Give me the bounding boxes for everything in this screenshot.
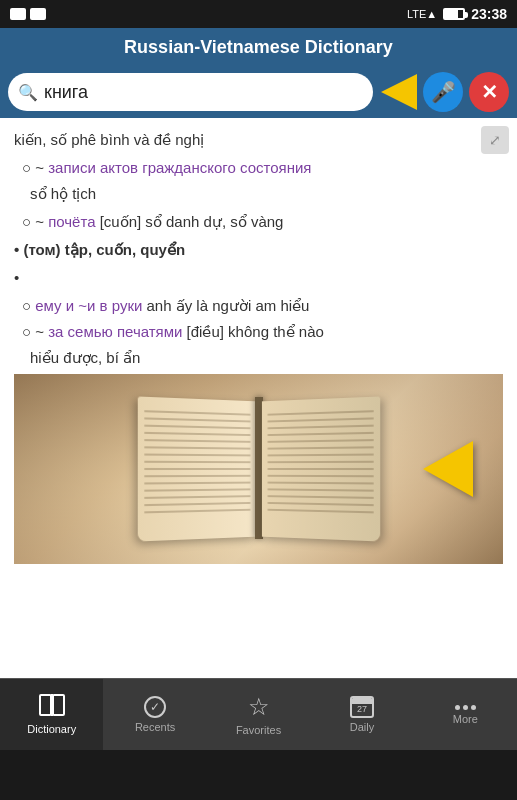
image-arrow-left xyxy=(423,441,473,497)
page-line xyxy=(144,454,250,457)
page-line xyxy=(267,417,373,422)
page-line xyxy=(267,432,373,436)
line-2-russian: записи актов гражданского состояния xyxy=(48,159,311,176)
line-3: ○ ~ почёта [cuốn] sổ danh dự, sổ vàng xyxy=(14,210,503,234)
status-bar: LTE▲ 23:38 xyxy=(0,0,517,28)
bullet-5: • xyxy=(14,269,19,286)
page-line xyxy=(267,475,373,477)
more-icon xyxy=(455,705,476,710)
nav-label-daily: Daily xyxy=(350,721,374,733)
line-4-bold: • (том) tập, cuốn, quyển xyxy=(14,241,185,258)
line-3-russian: почёта xyxy=(48,213,95,230)
battery-icon xyxy=(443,8,465,20)
page-line xyxy=(144,425,250,430)
line-7-russian: за семью печатями xyxy=(48,323,182,340)
svg-rect-0 xyxy=(40,695,51,715)
line-7b: hiểu được, bí ẩn xyxy=(14,346,503,370)
line-6-russian: ему и ~и в руки xyxy=(35,297,142,314)
dot-1 xyxy=(455,705,460,710)
nav-label-more: More xyxy=(453,713,478,725)
nav-label-dictionary: Dictionary xyxy=(27,723,76,735)
search-wrapper: 🔍 xyxy=(8,73,373,111)
clock: 23:38 xyxy=(471,6,507,22)
line-1-text: kiến, số phê bình và đề nghị xyxy=(14,131,204,148)
page-line xyxy=(267,495,373,499)
page-line xyxy=(267,461,373,463)
page-line xyxy=(267,446,373,449)
battery-fill xyxy=(445,10,458,18)
page-line xyxy=(144,468,250,470)
page-line xyxy=(144,417,250,422)
page-line xyxy=(267,502,373,506)
signal-strength: LTE▲ xyxy=(407,8,437,20)
page-line xyxy=(144,482,250,485)
page-line xyxy=(267,410,373,416)
app-header: Russian-Vietnamese Dictionary xyxy=(0,28,517,66)
page-line xyxy=(144,495,250,499)
bullet-3: ○ ~ xyxy=(22,213,48,230)
page-line xyxy=(267,454,373,457)
bullet-2: ○ ~ xyxy=(22,159,48,176)
dot-2 xyxy=(463,705,468,710)
page-line xyxy=(144,410,250,416)
signal-icon xyxy=(30,8,46,20)
line-6: ○ ему и ~и в руки anh ấy là người am hiể… xyxy=(14,294,503,318)
favorites-icon: ☆ xyxy=(248,693,270,721)
page-line xyxy=(267,482,373,485)
nav-item-favorites[interactable]: ☆ Favorites xyxy=(207,679,310,750)
clear-button[interactable]: ✕ xyxy=(469,72,509,112)
line-7-viet: [điều] không thể nào xyxy=(182,323,323,340)
page-line xyxy=(144,432,250,436)
svg-rect-1 xyxy=(53,695,64,715)
page-line xyxy=(144,446,250,449)
sim-icon xyxy=(10,8,26,20)
status-left xyxy=(10,8,46,20)
page-line xyxy=(144,488,250,491)
search-icon: 🔍 xyxy=(18,83,38,102)
content-area: ⤢ kiến, số phê bình và đề nghị ○ ~ запис… xyxy=(0,118,517,678)
page-line xyxy=(144,461,250,463)
mic-button[interactable]: 🎤 xyxy=(423,72,463,112)
page-line xyxy=(267,509,373,514)
dictionary-icon xyxy=(38,694,66,720)
nav-item-recents[interactable]: ✓ Recents xyxy=(103,679,206,750)
line-1: kiến, số phê bình và đề nghị xyxy=(14,128,503,152)
bottom-nav: Dictionary ✓ Recents ☆ Favorites 27 Dail… xyxy=(0,678,517,750)
book-left-page xyxy=(137,396,255,541)
bullet-6: ○ xyxy=(22,297,35,314)
nav-item-daily[interactable]: 27 Daily xyxy=(310,679,413,750)
page-line xyxy=(144,502,250,506)
expand-button[interactable]: ⤢ xyxy=(481,126,509,154)
recents-icon: ✓ xyxy=(144,696,166,718)
line-2b: sổ hộ tịch xyxy=(14,182,503,206)
line-5: • xyxy=(14,266,503,290)
nav-label-favorites: Favorites xyxy=(236,724,281,736)
page-line xyxy=(144,475,250,477)
search-input[interactable] xyxy=(44,82,363,103)
line-3-viet: [cuốn] sổ danh dự, sổ vàng xyxy=(96,213,284,230)
close-icon: ✕ xyxy=(481,80,498,104)
line-2b-text: sổ hộ tịch xyxy=(30,185,96,202)
mic-icon: 🎤 xyxy=(431,80,456,104)
left-page-lines xyxy=(137,396,255,527)
daily-icon: 27 xyxy=(350,696,374,718)
page-line xyxy=(267,468,373,470)
dictionary-content: kiến, số phê bình và đề nghị ○ ~ записи … xyxy=(14,128,503,370)
nav-label-recents: Recents xyxy=(135,721,175,733)
page-line xyxy=(144,439,250,443)
page-line xyxy=(267,425,373,430)
line-7b-text: hiểu được, bí ẩn xyxy=(30,349,140,366)
arrow-hint xyxy=(381,74,417,110)
nav-item-more[interactable]: More xyxy=(414,679,517,750)
line-2: ○ ~ записи актов гражданского состояния xyxy=(14,156,503,180)
calendar-number: 27 xyxy=(357,704,367,714)
page-line xyxy=(267,488,373,491)
search-bar: 🔍 🎤 ✕ xyxy=(0,66,517,118)
book-visual xyxy=(119,389,399,549)
line-4: • (том) tập, cuốn, quyển xyxy=(14,238,503,262)
right-page-lines xyxy=(261,396,379,527)
line-6-viet: anh ấy là người am hiểu xyxy=(142,297,309,314)
dot-3 xyxy=(471,705,476,710)
nav-item-dictionary[interactable]: Dictionary xyxy=(0,679,103,750)
app-title: Russian-Vietnamese Dictionary xyxy=(124,37,393,58)
